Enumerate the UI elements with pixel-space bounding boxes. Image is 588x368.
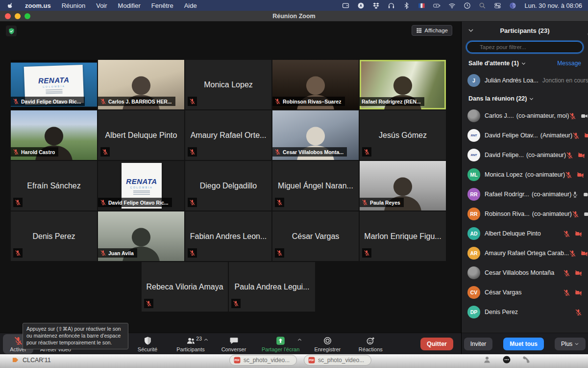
participant-status-icons (565, 171, 584, 179)
video-tile[interactable]: Diego Delgadillo (185, 161, 271, 210)
location-icon[interactable] (357, 2, 365, 9)
speech-bubble-icon[interactable] (502, 355, 511, 364)
french-flag-icon[interactable] (418, 2, 425, 9)
video-tile[interactable]: Amaury Rafael Orte... (185, 110, 271, 160)
reactions-button[interactable]: Réactions (355, 334, 386, 354)
quit-button[interactable]: Quitter (420, 338, 453, 350)
video-tile[interactable]: Albert Deluque Pinto (98, 110, 184, 160)
participant-row[interactable]: MLMonica Lopez(co-animateur) (462, 165, 588, 184)
participant-row[interactable]: Carlos J....(co-animateur, moi) (462, 106, 588, 126)
video-tile[interactable]: Efraín Sánchez (11, 161, 97, 210)
menu-item-aide[interactable]: Aide (184, 2, 197, 9)
caret-up-icon[interactable] (203, 337, 209, 342)
avatar: RR (467, 188, 480, 201)
tile-name: Robinson Rivas–Suarez (283, 99, 342, 105)
tile-name-center: Miguel Ángel Naran... (272, 161, 359, 210)
mic-muted-icon (362, 199, 368, 206)
mic-muted-icon (13, 248, 23, 258)
participant-role: (co-animateur) (525, 171, 565, 178)
share-label: Partager l'écran (262, 346, 299, 352)
participant-name: Julián Andrés Loa... (485, 77, 539, 84)
participant-row[interactable]: CVCésar Vargas (462, 283, 588, 302)
video-tile[interactable]: Paula Andrea Legui... (229, 262, 315, 312)
message-link[interactable]: Message (557, 60, 581, 67)
waiting-room-header[interactable]: Salle d'attente (1) (468, 60, 526, 67)
control-center-icon[interactable] (494, 2, 501, 9)
participant-row[interactable]: DPDenis Perez (462, 302, 588, 322)
menubar-status-area: Lun. 30 nov. à 08:06 (342, 2, 588, 9)
video-tile[interactable]: Fabian Andres Leon... (185, 211, 271, 261)
video-tile[interactable]: Denis Perez (11, 211, 97, 261)
battery-icon[interactable] (433, 2, 441, 9)
filter-input[interactable] (466, 41, 583, 53)
video-tile[interactable]: Rafael Rodrígrez (REN... (360, 60, 446, 109)
search-icon[interactable] (479, 2, 486, 9)
mic-muted-icon (231, 299, 241, 308)
tile-name: David Felipe Otavo Ric... (108, 200, 169, 206)
video-tile[interactable]: Jesús Gómez (360, 110, 446, 160)
video-tile[interactable]: Monica Lopez (185, 60, 271, 109)
bluetooth-icon[interactable] (403, 2, 410, 9)
clock-icon[interactable] (464, 2, 471, 9)
tile-name-center: Albert Deluque Pinto (98, 110, 184, 160)
participant-name: César Vargas (485, 289, 522, 296)
mute-all-button[interactable]: Muet tous (503, 338, 544, 350)
video-tile[interactable]: César Vargas (272, 211, 359, 261)
video-tile[interactable]: Cesar Villalobos Monta... (272, 110, 359, 160)
video-tile[interactable]: RENATACOLOMBIA David Felipe Otavo Ric... (11, 60, 97, 109)
tile-name-center: Jesús Gómez (360, 110, 446, 160)
participant-role: (co-animateur) (532, 191, 571, 198)
tile-name: Carlos J. BARRIOS HER... (108, 99, 172, 105)
participant-row[interactable]: ADAlbert Deluque Pinto (462, 224, 588, 243)
video-tile[interactable]: Harold Castro (11, 110, 97, 160)
participants-button[interactable]: Participants23 (175, 334, 206, 354)
participant-row[interactable]: RRRobinson Riva...(co-animateur) (462, 204, 588, 224)
finder-icon[interactable] (509, 2, 516, 9)
desktop-file[interactable]: PDFsc_photo_video... (304, 355, 371, 366)
record-button[interactable]: Enregistrer (312, 334, 343, 354)
dropbox-icon[interactable] (372, 2, 380, 9)
video-tile[interactable]: Carlos J. BARRIOS HER... (98, 60, 184, 109)
menu-app-name[interactable]: zoom.us (25, 2, 51, 9)
participant-row[interactable]: RRRafael Rodrígr...(co-animateur) (462, 184, 588, 204)
wifi-icon[interactable] (448, 2, 456, 9)
participant-row[interactable]: RNTDavid Felipe...(co-animateur) (462, 145, 588, 165)
tile-row: RENATACOLOMBIA David Felipe Otavo Ric...… (11, 60, 446, 109)
menubar-clock[interactable]: Lun. 30 nov. à 08:06 (524, 2, 582, 9)
participant-row[interactable]: RNTDavid Felipe Otav...(Animateur) (462, 126, 588, 145)
video-tile[interactable]: Robinson Rivas–Suarez (272, 60, 359, 109)
share-button[interactable]: Partager l'écran (262, 334, 299, 354)
apple-logo-icon[interactable] (7, 2, 14, 9)
menu-item-runion[interactable]: Réunion (62, 2, 85, 9)
desktop-file[interactable]: PDFsc_photo_video... (229, 355, 297, 366)
invite-button[interactable]: Inviter (464, 338, 493, 350)
participant-row[interactable]: Cesar Villalobos Montaña (462, 263, 588, 283)
video-tile[interactable]: Miguel Ángel Naran... (272, 161, 359, 210)
chevron-down-icon[interactable] (467, 27, 474, 34)
menu-item-voir[interactable]: Voir (96, 2, 107, 9)
video-tile[interactable]: Rebeca Viloria Amaya (142, 262, 228, 312)
video-tile[interactable]: Paula Reyes (360, 161, 446, 210)
participant-role: (co-animateur) (526, 152, 566, 158)
video-tile[interactable]: Marlon Enrique Figu... (360, 211, 446, 261)
person-icon[interactable] (483, 355, 491, 364)
chat-button[interactable]: Converser (219, 334, 249, 354)
display-icon[interactable] (342, 2, 349, 9)
tile-name-chip: David Felipe Otavo Ric... (11, 97, 85, 106)
tile-name-chip: Harold Castro (11, 147, 58, 157)
video-tile[interactable]: Juan Avila (98, 211, 184, 261)
security-button[interactable]: Sécurité (132, 334, 163, 354)
menu-item-modifier[interactable]: Modifier (118, 2, 141, 9)
video-tile[interactable]: RENATACOLOMBIA David Felipe Otavo Ric... (98, 161, 184, 210)
more-button[interactable]: Plus (555, 338, 586, 350)
participant-row[interactable]: ARAmaury Rafael Ortega Carab... (462, 243, 588, 263)
desktop-folder[interactable]: CLCAR'11 (12, 356, 51, 364)
security-shield-icon[interactable] (6, 26, 17, 36)
caret-up-icon[interactable] (297, 337, 302, 342)
menu-item-fentre[interactable]: Fenêtre (151, 2, 173, 9)
view-button[interactable]: Affichage (412, 25, 452, 36)
in-meeting-header[interactable]: Dans la réunion (22) (468, 95, 534, 102)
phone-icon[interactable] (522, 355, 531, 364)
waiting-participant-row[interactable]: J Julián Andrés Loa... Jonction en cours… (462, 71, 588, 90)
headphones-icon[interactable] (388, 2, 395, 9)
